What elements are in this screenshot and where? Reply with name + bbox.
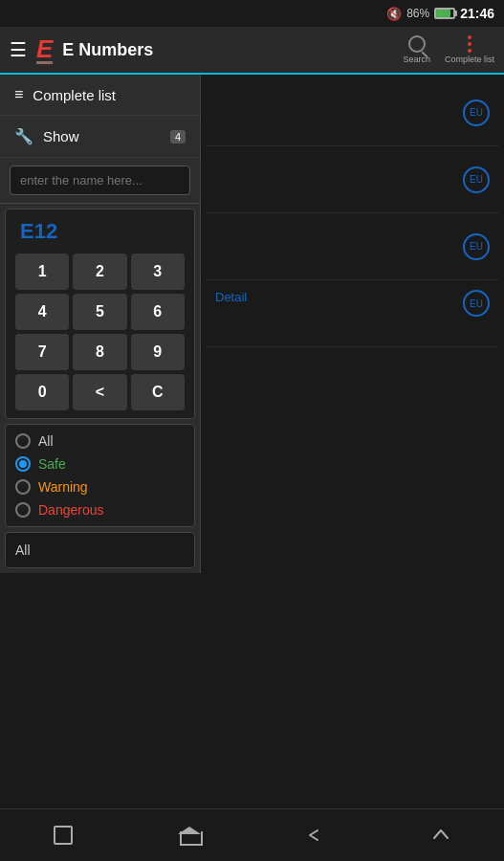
up-button[interactable] [417, 816, 465, 854]
bottom-nav [0, 808, 504, 861]
radio-all[interactable]: All [15, 430, 185, 453]
search-input-container [0, 158, 200, 204]
key-5[interactable]: 5 [73, 294, 126, 330]
more-options-icon [468, 35, 471, 53]
radio-warning-label: Warning [38, 479, 88, 495]
back-button[interactable] [291, 816, 339, 854]
keypad-grid: 1 2 3 4 5 6 7 8 9 0 < C [15, 254, 185, 410]
keypad-container: E12 1 2 3 4 5 6 7 8 9 0 < C [5, 209, 195, 419]
detail-link[interactable]: Detail [215, 290, 247, 304]
radio-safe-label: Safe [38, 456, 66, 472]
right-panel: EU EU EU Detail EU [201, 75, 504, 808]
radio-warning[interactable]: Warning [15, 475, 185, 498]
show-menu-label: Show [43, 128, 79, 144]
eu-badge-3: EU [463, 233, 490, 260]
radio-all-circle [15, 433, 31, 449]
complete-list-header-button[interactable]: Complete list [445, 35, 494, 64]
key-7[interactable]: 7 [15, 334, 69, 370]
up-icon [430, 825, 451, 846]
hamburger-menu-icon[interactable]: ☰ [10, 38, 27, 61]
eu-badge-2: EU [463, 166, 490, 193]
complete-list-menu-label: Complete list [33, 87, 116, 103]
menu-item-complete-list[interactable]: ≡ Complete list [0, 75, 200, 116]
recent-apps-button[interactable] [39, 816, 87, 854]
filter-radio-options: All Safe Warning Dangerous [5, 424, 195, 527]
time-display: 21:46 [460, 6, 494, 21]
key-6[interactable]: 6 [131, 294, 185, 330]
list-item: EU [206, 213, 499, 280]
current-value-display: E12 [15, 217, 185, 246]
key-1[interactable]: 1 [15, 254, 69, 290]
app-title: E Numbers [62, 40, 153, 60]
key-clear[interactable]: C [131, 374, 185, 410]
radio-safe-circle [15, 456, 31, 472]
back-icon [304, 825, 325, 846]
search-button[interactable]: Search [403, 35, 430, 64]
key-backspace[interactable]: < [73, 374, 126, 410]
status-bar: 🔇 86% 21:46 [0, 0, 504, 27]
key-0[interactable]: 0 [15, 374, 69, 410]
eu-badge-1: EU [463, 99, 490, 126]
home-icon [180, 827, 199, 844]
search-input[interactable] [10, 166, 190, 195]
wrench-icon: 🔧 [14, 127, 33, 145]
header-right: Search Complete list [403, 35, 494, 64]
all-label-text: All [15, 542, 31, 558]
list-item: EU [206, 146, 499, 213]
radio-warning-circle [15, 479, 31, 495]
menu-item-show[interactable]: 🔧 Show 4 [0, 116, 200, 158]
radio-safe[interactable]: Safe [15, 453, 185, 475]
complete-list-label: Complete list [445, 55, 494, 64]
home-button[interactable] [165, 816, 213, 854]
radio-all-label: All [38, 433, 54, 449]
mute-icon: 🔇 [386, 7, 402, 21]
list-item: EU [206, 79, 499, 146]
list-icon: ≡ [14, 86, 23, 103]
app-logo: E [36, 36, 53, 64]
list-item: Detail EU [206, 280, 499, 347]
dropdown-panel: ≡ Complete list 🔧 Show 4 E12 1 2 3 4 5 6… [0, 75, 201, 573]
key-3[interactable]: 3 [131, 254, 185, 290]
key-2[interactable]: 2 [73, 254, 126, 290]
main-content: ≡ Complete list 🔧 Show 4 E12 1 2 3 4 5 6… [0, 75, 504, 808]
search-icon [408, 35, 426, 53]
battery-percentage: 86% [406, 7, 429, 20]
recent-apps-icon [54, 826, 73, 845]
key-4[interactable]: 4 [15, 294, 69, 330]
all-label-box: All [5, 532, 195, 568]
battery-icon [434, 8, 455, 19]
show-badge: 4 [170, 130, 186, 144]
radio-dangerous-label: Dangerous [38, 502, 104, 518]
app-header: ☰ E E Numbers Search Complete list [0, 27, 504, 75]
status-icons: 🔇 86% 21:46 [386, 6, 494, 21]
key-8[interactable]: 8 [73, 334, 126, 370]
eu-badge-4: EU [463, 290, 490, 317]
key-9[interactable]: 9 [131, 334, 185, 370]
radio-dangerous-circle [15, 502, 31, 518]
radio-dangerous[interactable]: Dangerous [15, 498, 185, 521]
